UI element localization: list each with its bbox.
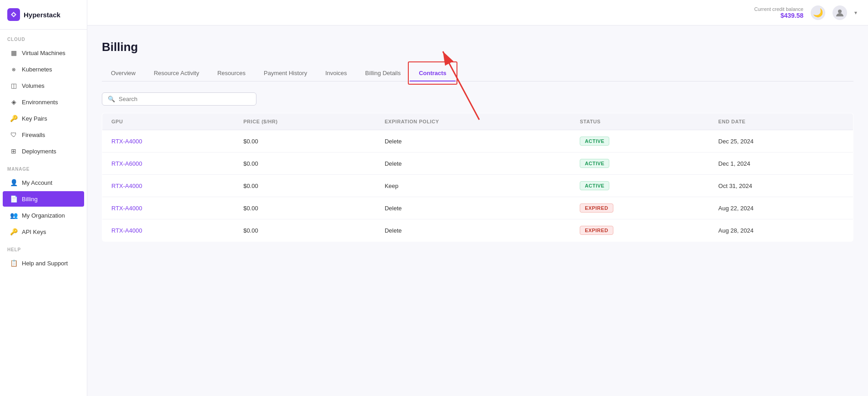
tab-billing-details[interactable]: Billing Details	[356, 65, 410, 81]
volumes-icon: ◫	[10, 82, 17, 89]
sidebar-item-kubernetes[interactable]: ⎈ Kubernetes	[3, 61, 84, 77]
cell-end-date: Dec 1, 2024	[709, 152, 853, 175]
tab-resource-activity[interactable]: Resource Activity	[145, 65, 208, 81]
status-badge: ACTIVE	[580, 159, 609, 168]
cell-price: $0.00	[234, 175, 376, 197]
credit-info: Current credit balance $439.58	[754, 6, 803, 19]
svg-point-1	[838, 10, 842, 13]
sidebar-item-billing[interactable]: 📄 Billing	[3, 191, 84, 207]
api-keys-icon: 🔑	[10, 228, 17, 235]
gpu-link[interactable]: RTX-A4000	[111, 138, 142, 145]
key-pairs-icon: 🔑	[10, 115, 17, 122]
billing-icon: 📄	[10, 195, 17, 203]
table-row: RTX-A4000 $0.00 Delete EXPIRED Aug 28, 2…	[102, 219, 853, 242]
user-avatar[interactable]	[833, 5, 847, 20]
gpu-link[interactable]: RTX-A6000	[111, 160, 142, 167]
sidebar-item-label: My Organization	[22, 212, 65, 219]
table-row: RTX-A4000 $0.00 Delete ACTIVE Dec 25, 20…	[102, 130, 853, 152]
gpu-link[interactable]: RTX-A4000	[111, 183, 142, 189]
cell-gpu: RTX-A4000	[102, 130, 235, 152]
tab-overview[interactable]: Overview	[102, 65, 145, 81]
app-name: Hyperstack	[24, 11, 60, 19]
sidebar-item-label: Volumes	[22, 82, 45, 89]
sidebar-item-label: Kubernetes	[22, 66, 52, 73]
my-account-icon: 👤	[10, 179, 17, 186]
col-expiration-policy: EXPIRATION POLICY	[376, 113, 571, 130]
cell-status: ACTIVE	[571, 175, 709, 197]
sidebar-item-volumes[interactable]: ◫ Volumes	[3, 78, 84, 93]
status-badge: EXPIRED	[580, 203, 613, 213]
col-end-date: END DATE	[709, 113, 853, 130]
virtual-machines-icon: ▦	[10, 49, 17, 56]
tab-contracts[interactable]: Contracts	[410, 65, 456, 81]
theme-toggle-button[interactable]: 🌙	[811, 5, 825, 20]
sidebar-item-label: Environments	[22, 99, 58, 106]
logo-icon	[7, 8, 20, 21]
cell-status: ACTIVE	[571, 130, 709, 152]
sidebar-item-help-support[interactable]: 📋 Help and Support	[3, 255, 84, 271]
user-menu-chevron[interactable]: ▾	[854, 10, 857, 16]
deployments-icon: ⊞	[10, 147, 17, 155]
main-area: Current credit balance $439.58 🌙 ▾ Billi…	[87, 0, 868, 396]
col-status: STATUS	[571, 113, 709, 130]
sidebar-item-label: Deployments	[22, 148, 56, 155]
cell-end-date: Dec 25, 2024	[709, 130, 853, 152]
cell-price: $0.00	[234, 130, 376, 152]
sidebar-item-label: Virtual Machines	[22, 50, 65, 56]
tab-payment-history[interactable]: Payment History	[255, 65, 316, 81]
credit-label: Current credit balance	[754, 6, 803, 12]
gpu-link[interactable]: RTX-A4000	[111, 227, 142, 234]
section-cloud: CLOUD	[0, 30, 87, 45]
help-support-icon: 📋	[10, 259, 17, 267]
cell-price: $0.00	[234, 152, 376, 175]
tab-contracts-wrapper: Contracts	[410, 65, 456, 81]
sidebar-item-label: Help and Support	[22, 260, 68, 267]
sidebar-item-environments[interactable]: ◈ Environments	[3, 94, 84, 110]
cell-gpu: RTX-A6000	[102, 152, 235, 175]
gpu-link[interactable]: RTX-A4000	[111, 205, 142, 212]
sidebar-item-virtual-machines[interactable]: ▦ Virtual Machines	[3, 45, 84, 61]
sidebar-item-label: API Keys	[22, 228, 46, 235]
cell-price: $0.00	[234, 197, 376, 219]
sidebar-item-label: My Account	[22, 179, 52, 186]
tab-invoices[interactable]: Invoices	[316, 65, 356, 81]
contracts-table: GPU PRICE ($/HR) EXPIRATION POLICY STATU…	[102, 113, 853, 242]
search-icon: 🔍	[108, 96, 115, 102]
page-title: Billing	[102, 40, 853, 54]
billing-tabs: Overview Resource Activity Resources Pay…	[102, 65, 853, 81]
credit-amount: $439.58	[754, 12, 803, 19]
cell-gpu: RTX-A4000	[102, 219, 235, 242]
search-input[interactable]	[119, 96, 251, 102]
cell-expiration-policy: Delete	[376, 197, 571, 219]
cell-end-date: Aug 28, 2024	[709, 219, 853, 242]
cell-status: EXPIRED	[571, 197, 709, 219]
logo[interactable]: Hyperstack	[0, 0, 87, 30]
sidebar-item-label: Firewalls	[22, 132, 45, 138]
status-badge: ACTIVE	[580, 137, 609, 146]
sidebar-item-firewalls[interactable]: 🛡 Firewalls	[3, 127, 84, 142]
sidebar-item-api-keys[interactable]: 🔑 API Keys	[3, 224, 84, 239]
cell-expiration-policy: Delete	[376, 219, 571, 242]
cell-expiration-policy: Delete	[376, 152, 571, 175]
table-row: RTX-A6000 $0.00 Delete ACTIVE Dec 1, 202…	[102, 152, 853, 175]
cell-expiration-policy: Delete	[376, 130, 571, 152]
cell-gpu: RTX-A4000	[102, 175, 235, 197]
status-badge: EXPIRED	[580, 226, 613, 235]
sidebar-item-key-pairs[interactable]: 🔑 Key Pairs	[3, 111, 84, 126]
section-help: HELP	[0, 240, 87, 255]
tab-resources[interactable]: Resources	[208, 65, 255, 81]
table-row: RTX-A4000 $0.00 Delete EXPIRED Aug 22, 2…	[102, 197, 853, 219]
cell-end-date: Aug 22, 2024	[709, 197, 853, 219]
sidebar: Hyperstack CLOUD ▦ Virtual Machines ⎈ Ku…	[0, 0, 87, 396]
svg-line-3	[443, 51, 479, 120]
cell-end-date: Oct 31, 2024	[709, 175, 853, 197]
environments-icon: ◈	[10, 98, 17, 106]
sidebar-item-my-account[interactable]: 👤 My Account	[3, 175, 84, 190]
cell-price: $0.00	[234, 219, 376, 242]
sidebar-item-my-organization[interactable]: 👥 My Organization	[3, 208, 84, 223]
search-bar[interactable]: 🔍	[102, 92, 256, 106]
sidebar-item-deployments[interactable]: ⊞ Deployments	[3, 143, 84, 159]
table-header-row: GPU PRICE ($/HR) EXPIRATION POLICY STATU…	[102, 113, 853, 130]
sidebar-item-label: Key Pairs	[22, 115, 47, 122]
section-manage: MANAGE	[0, 159, 87, 174]
